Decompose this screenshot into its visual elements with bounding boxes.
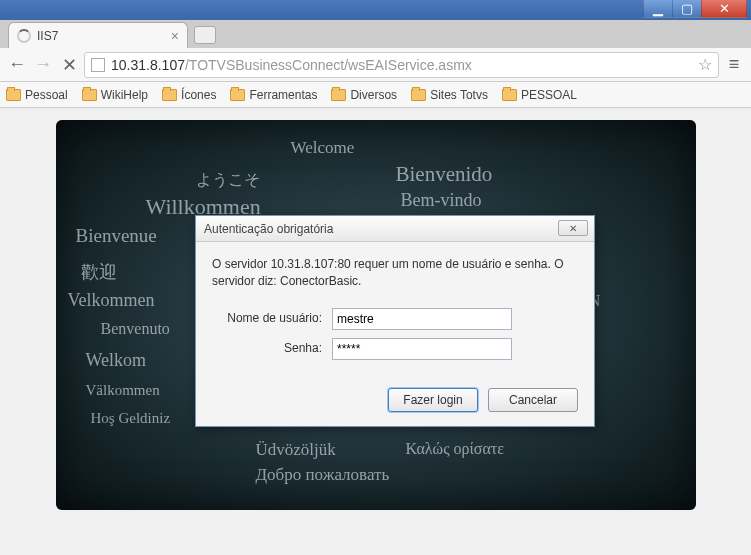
- window-minimize-button[interactable]: ▁: [643, 0, 673, 18]
- welcome-word: Добро пожаловать: [256, 465, 390, 485]
- tab-close-button[interactable]: ×: [171, 28, 179, 44]
- bookmarks-bar: PessoalWikiHelpÍconesFerramentasDiversos…: [0, 82, 751, 108]
- tab-strip: IIS7 ×: [0, 20, 751, 48]
- auth-dialog: Autenticação obrigatória ✕ O servidor 10…: [195, 215, 595, 427]
- welcome-word: Bienvenido: [396, 162, 493, 187]
- welcome-word: ようこそ: [196, 170, 260, 191]
- bookmark-item[interactable]: WikiHelp: [82, 88, 148, 102]
- folder-icon: [82, 89, 97, 101]
- url-text: 10.31.8.107/TOTVSBusinessConnect/wsEAISe…: [111, 57, 692, 73]
- welcome-word: Velkommen: [68, 290, 155, 311]
- welcome-word: Benvenuto: [101, 320, 170, 338]
- bookmark-label: Pessoal: [25, 88, 68, 102]
- dialog-title: Autenticação obrigatória: [204, 222, 333, 236]
- address-bar[interactable]: 10.31.8.107/TOTVSBusinessConnect/wsEAISe…: [84, 52, 719, 78]
- new-tab-button[interactable]: [194, 26, 216, 44]
- bookmark-item[interactable]: PESSOAL: [502, 88, 577, 102]
- welcome-word: Välkommen: [86, 382, 160, 399]
- window-controls: ▁ ▢ ✕: [644, 0, 747, 18]
- bookmark-star-icon[interactable]: ☆: [698, 55, 712, 74]
- browser-toolbar: ← → ✕ 10.31.8.107/TOTVSBusinessConnect/w…: [0, 48, 751, 82]
- welcome-word: Welkom: [86, 350, 147, 371]
- stop-reload-button[interactable]: ✕: [58, 54, 80, 76]
- password-input[interactable]: [332, 338, 512, 360]
- url-path: /TOTVSBusinessConnect/wsEAIService.asmx: [185, 57, 472, 73]
- window-close-button[interactable]: ✕: [701, 0, 747, 18]
- bookmark-item[interactable]: Diversos: [331, 88, 397, 102]
- folder-icon: [331, 89, 346, 101]
- window-titlebar: ▁ ▢ ✕: [0, 0, 751, 20]
- welcome-word: Welcome: [291, 138, 355, 158]
- welcome-word: Üdvözöljük: [256, 440, 336, 460]
- page-icon: [91, 58, 105, 72]
- bookmark-label: Diversos: [350, 88, 397, 102]
- bookmark-label: Sites Totvs: [430, 88, 488, 102]
- login-button[interactable]: Fazer login: [388, 388, 478, 412]
- loading-spinner-icon: [17, 29, 31, 43]
- bookmark-item[interactable]: Sites Totvs: [411, 88, 488, 102]
- browser-menu-button[interactable]: ≡: [723, 54, 745, 76]
- username-label: Nome de usuário:: [212, 310, 332, 327]
- welcome-word: Καλώς ορίσατε: [406, 440, 504, 458]
- dialog-body: O servidor 10.31.8.107:80 requer um nome…: [196, 242, 594, 378]
- folder-icon: [6, 89, 21, 101]
- welcome-word: Hoş Geldiniz: [91, 410, 171, 427]
- bookmark-item[interactable]: Ferramentas: [230, 88, 317, 102]
- bookmark-label: Ícones: [181, 88, 216, 102]
- back-button[interactable]: ←: [6, 54, 28, 76]
- cancel-button[interactable]: Cancelar: [488, 388, 578, 412]
- folder-icon: [411, 89, 426, 101]
- welcome-word: Bem-vindo: [401, 190, 482, 211]
- welcome-word: 歡迎: [81, 260, 117, 284]
- dialog-close-button[interactable]: ✕: [558, 220, 588, 236]
- dialog-message: O servidor 10.31.8.107:80 requer um nome…: [212, 256, 578, 290]
- tab-title: IIS7: [37, 29, 165, 43]
- bookmark-item[interactable]: Pessoal: [6, 88, 68, 102]
- dialog-footer: Fazer login Cancelar: [196, 378, 594, 426]
- dialog-titlebar: Autenticação obrigatória ✕: [196, 216, 594, 242]
- forward-button[interactable]: →: [32, 54, 54, 76]
- window-maximize-button[interactable]: ▢: [672, 0, 702, 18]
- folder-icon: [502, 89, 517, 101]
- folder-icon: [162, 89, 177, 101]
- bookmark-item[interactable]: Ícones: [162, 88, 216, 102]
- password-label: Senha:: [212, 340, 332, 357]
- bookmark-label: WikiHelp: [101, 88, 148, 102]
- bookmark-label: PESSOAL: [521, 88, 577, 102]
- bookmark-label: Ferramentas: [249, 88, 317, 102]
- username-input[interactable]: [332, 308, 512, 330]
- url-host: 10.31.8.107: [111, 57, 185, 73]
- folder-icon: [230, 89, 245, 101]
- browser-tab[interactable]: IIS7 ×: [8, 22, 188, 48]
- welcome-word: Bienvenue: [76, 225, 157, 247]
